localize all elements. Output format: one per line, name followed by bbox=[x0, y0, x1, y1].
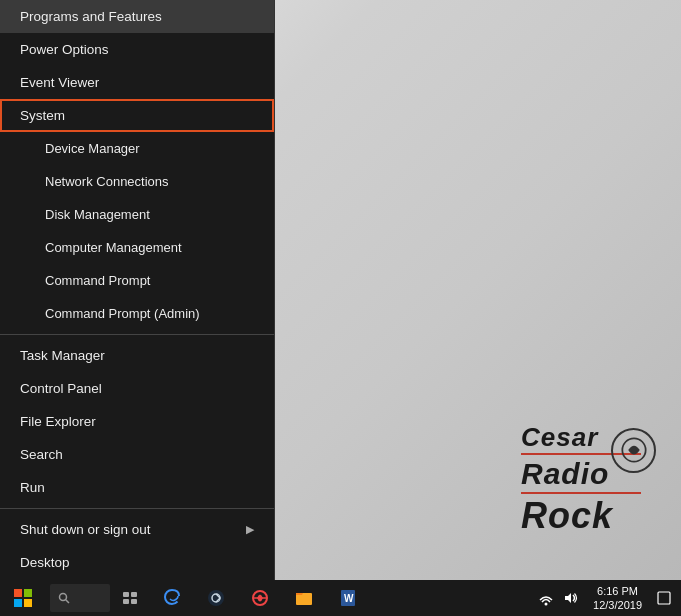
menu-item-control-panel[interactable]: Control Panel bbox=[0, 372, 274, 405]
menu-item-programs-features[interactable]: Programs and Features bbox=[0, 0, 274, 33]
logo-circle-icon bbox=[611, 428, 656, 473]
svg-line-2 bbox=[66, 600, 70, 604]
menu-item-label-event-viewer: Event Viewer bbox=[20, 75, 99, 90]
menu-item-desktop[interactable]: Desktop bbox=[0, 546, 274, 579]
network-app-icon bbox=[250, 588, 270, 608]
network-tray-icon[interactable] bbox=[535, 587, 557, 609]
word-icon: W bbox=[338, 588, 358, 608]
svg-rect-3 bbox=[123, 592, 129, 597]
taskbar-clock[interactable]: 6:16 PM 12/3/2019 bbox=[585, 584, 650, 613]
svg-rect-5 bbox=[123, 599, 129, 604]
file-manager-icon bbox=[294, 588, 314, 608]
svg-rect-4 bbox=[131, 592, 137, 597]
taskbar-search-box[interactable] bbox=[50, 584, 110, 612]
logo-divider2 bbox=[521, 492, 641, 494]
menu-item-computer-management[interactable]: Computer Management bbox=[0, 231, 274, 264]
logo-rock: Rock bbox=[521, 496, 641, 536]
menu-item-label-command-prompt-admin: Command Prompt (Admin) bbox=[45, 306, 200, 321]
menu-item-label-programs-features: Programs and Features bbox=[20, 9, 162, 24]
menu-item-label-run: Run bbox=[20, 480, 45, 495]
task-view-icon bbox=[122, 591, 138, 605]
menu-separator bbox=[0, 508, 274, 509]
file-manager-button[interactable] bbox=[282, 580, 326, 616]
start-icon-q4 bbox=[24, 599, 32, 607]
menu-item-label-computer-management: Computer Management bbox=[45, 240, 182, 255]
start-button[interactable] bbox=[0, 580, 46, 616]
menu-item-label-command-prompt: Command Prompt bbox=[45, 273, 150, 288]
menu-item-label-file-explorer: File Explorer bbox=[20, 414, 96, 429]
logo-area: Cesar Radio Rock bbox=[521, 423, 641, 536]
windows-logo-icon bbox=[14, 589, 32, 607]
edge-browser-button[interactable] bbox=[150, 580, 194, 616]
menu-separator bbox=[0, 334, 274, 335]
svg-text:W: W bbox=[344, 593, 354, 604]
clock-time: 6:16 PM bbox=[593, 584, 642, 598]
volume-tray-icon[interactable] bbox=[560, 587, 582, 609]
menu-item-device-manager[interactable]: Device Manager bbox=[0, 132, 274, 165]
submenu-arrow-icon: ▶ bbox=[246, 523, 254, 536]
menu-item-label-power-options: Power Options bbox=[20, 42, 109, 57]
svg-rect-15 bbox=[658, 592, 670, 604]
menu-item-task-manager[interactable]: Task Manager bbox=[0, 339, 274, 372]
menu-item-label-network-connections: Network Connections bbox=[45, 174, 169, 189]
start-icon-q2 bbox=[24, 589, 32, 597]
steam-icon bbox=[206, 588, 226, 608]
menu-item-disk-management[interactable]: Disk Management bbox=[0, 198, 274, 231]
menu-item-label-disk-management: Disk Management bbox=[45, 207, 150, 222]
svg-point-7 bbox=[208, 590, 224, 606]
start-icon-q1 bbox=[14, 589, 22, 597]
menu-item-network-connections[interactable]: Network Connections bbox=[0, 165, 274, 198]
menu-item-label-system: System bbox=[20, 108, 65, 123]
word-button[interactable]: W bbox=[326, 580, 370, 616]
menu-item-label-search: Search bbox=[20, 447, 63, 462]
menu-item-command-prompt-admin[interactable]: Command Prompt (Admin) bbox=[0, 297, 274, 330]
start-icon-q3 bbox=[14, 599, 22, 607]
svg-point-14 bbox=[545, 603, 548, 606]
clock-date: 12/3/2019 bbox=[593, 598, 642, 612]
taskbar-tray: 6:16 PM 12/3/2019 bbox=[535, 584, 681, 613]
menu-item-shut-down[interactable]: Shut down or sign out▶ bbox=[0, 513, 274, 546]
notification-button[interactable] bbox=[653, 587, 675, 609]
menu-item-event-viewer[interactable]: Event Viewer bbox=[0, 66, 274, 99]
edge-icon bbox=[162, 588, 182, 608]
menu-item-power-options[interactable]: Power Options bbox=[0, 33, 274, 66]
context-menu: Programs and FeaturesPower OptionsEvent … bbox=[0, 0, 275, 580]
menu-item-run[interactable]: Run bbox=[0, 471, 274, 504]
menu-item-search[interactable]: Search bbox=[0, 438, 274, 471]
svg-point-1 bbox=[60, 594, 67, 601]
menu-item-label-shut-down: Shut down or sign out bbox=[20, 522, 151, 537]
task-view-button[interactable] bbox=[110, 580, 150, 616]
network-signal-icon bbox=[538, 590, 554, 606]
search-icon bbox=[58, 592, 70, 604]
menu-item-file-explorer[interactable]: File Explorer bbox=[0, 405, 274, 438]
menu-item-system[interactable]: System bbox=[0, 99, 274, 132]
menu-item-label-device-manager: Device Manager bbox=[45, 141, 140, 156]
taskbar: W 6:16 PM 12/3/2019 bbox=[0, 580, 681, 616]
steam-button[interactable] bbox=[194, 580, 238, 616]
network-app-button[interactable] bbox=[238, 580, 282, 616]
notification-icon bbox=[656, 590, 672, 606]
volume-icon bbox=[563, 590, 579, 606]
svg-rect-6 bbox=[131, 599, 137, 604]
menu-item-label-task-manager: Task Manager bbox=[20, 348, 105, 363]
menu-item-label-desktop: Desktop bbox=[20, 555, 70, 570]
menu-item-command-prompt[interactable]: Command Prompt bbox=[0, 264, 274, 297]
menu-item-label-control-panel: Control Panel bbox=[20, 381, 102, 396]
